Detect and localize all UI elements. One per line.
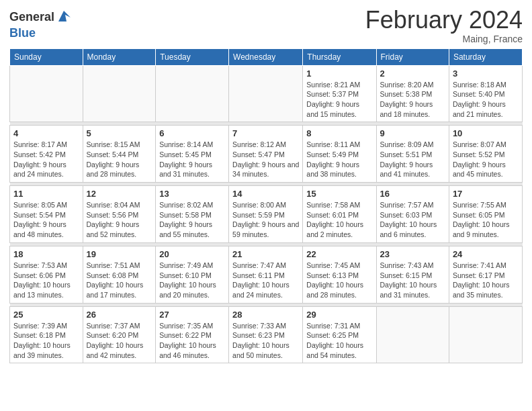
table-row: 28Sunrise: 7:33 AM Sunset: 6:23 PM Dayli…: [229, 306, 303, 363]
table-row: 12Sunrise: 8:04 AM Sunset: 5:56 PM Dayli…: [83, 186, 156, 243]
day-info: Sunrise: 7:53 AM Sunset: 6:06 PM Dayligh…: [13, 261, 79, 300]
day-info: Sunrise: 7:39 AM Sunset: 6:18 PM Dayligh…: [13, 321, 79, 361]
day-number: 26: [87, 310, 152, 320]
table-row: 3Sunrise: 8:18 AM Sunset: 5:40 PM Daylig…: [449, 65, 522, 122]
day-number: 18: [13, 249, 79, 259]
logo-blue-text: Blue: [9, 27, 72, 40]
day-number: 6: [159, 128, 225, 138]
day-number: 16: [380, 189, 445, 199]
day-number: 24: [453, 249, 519, 259]
table-row: 25Sunrise: 7:39 AM Sunset: 6:18 PM Dayli…: [10, 306, 83, 363]
day-number: 22: [306, 249, 372, 259]
table-row: 9Sunrise: 8:09 AM Sunset: 5:51 PM Daylig…: [376, 126, 449, 183]
day-info: Sunrise: 8:12 AM Sunset: 5:47 PM Dayligh…: [232, 140, 299, 179]
day-info: Sunrise: 8:17 AM Sunset: 5:42 PM Dayligh…: [13, 140, 79, 179]
header: General Blue February 2024 Maing, France: [9, 7, 523, 44]
day-info: Sunrise: 7:55 AM Sunset: 6:05 PM Dayligh…: [453, 200, 519, 240]
day-info: Sunrise: 7:43 AM Sunset: 6:15 PM Dayligh…: [380, 261, 445, 300]
day-number: 11: [13, 189, 79, 199]
logo-bird-icon: [56, 8, 72, 27]
day-number: 5: [87, 128, 152, 138]
col-wednesday: Wednesday: [229, 48, 303, 65]
day-info: Sunrise: 8:09 AM Sunset: 5:51 PM Dayligh…: [380, 140, 445, 179]
day-info: Sunrise: 7:47 AM Sunset: 6:11 PM Dayligh…: [232, 261, 299, 300]
day-number: 21: [232, 249, 299, 259]
table-row: 10Sunrise: 8:07 AM Sunset: 5:52 PM Dayli…: [449, 126, 522, 183]
day-info: Sunrise: 8:15 AM Sunset: 5:44 PM Dayligh…: [87, 140, 152, 179]
table-row: 29Sunrise: 7:31 AM Sunset: 6:25 PM Dayli…: [303, 306, 376, 363]
col-saturday: Saturday: [449, 48, 522, 65]
calendar-week-1: 1Sunrise: 8:21 AM Sunset: 5:37 PM Daylig…: [10, 65, 523, 122]
col-monday: Monday: [83, 48, 156, 65]
logo-text: General Blue: [9, 9, 72, 40]
day-number: 15: [306, 189, 372, 199]
day-number: 27: [159, 310, 225, 320]
day-info: Sunrise: 8:00 AM Sunset: 5:59 PM Dayligh…: [232, 200, 299, 240]
table-row: 20Sunrise: 7:49 AM Sunset: 6:10 PM Dayli…: [156, 246, 229, 303]
day-info: Sunrise: 7:45 AM Sunset: 6:13 PM Dayligh…: [306, 261, 372, 300]
table-row: 15Sunrise: 7:58 AM Sunset: 6:01 PM Dayli…: [303, 186, 376, 243]
table-row: 1Sunrise: 8:21 AM Sunset: 5:37 PM Daylig…: [303, 65, 376, 122]
day-info: Sunrise: 8:02 AM Sunset: 5:58 PM Dayligh…: [159, 200, 225, 240]
day-number: 28: [232, 310, 299, 320]
table-row: 5Sunrise: 8:15 AM Sunset: 5:44 PM Daylig…: [83, 126, 156, 183]
table-row: [83, 65, 156, 122]
day-info: Sunrise: 7:35 AM Sunset: 6:22 PM Dayligh…: [159, 321, 225, 361]
calendar-week-4: 18Sunrise: 7:53 AM Sunset: 6:06 PM Dayli…: [10, 246, 523, 303]
header-row: Sunday Monday Tuesday Wednesday Thursday…: [10, 48, 523, 65]
day-info: Sunrise: 7:49 AM Sunset: 6:10 PM Dayligh…: [159, 261, 225, 300]
day-number: 8: [306, 128, 372, 138]
day-info: Sunrise: 7:37 AM Sunset: 6:20 PM Dayligh…: [87, 321, 152, 361]
svg-marker-0: [58, 11, 71, 21]
table-row: [449, 306, 522, 363]
title-block: February 2024 Maing, France: [365, 7, 523, 44]
day-number: 10: [453, 128, 519, 138]
day-info: Sunrise: 8:14 AM Sunset: 5:45 PM Dayligh…: [159, 140, 225, 179]
logo: General Blue: [9, 9, 72, 40]
col-tuesday: Tuesday: [156, 48, 229, 65]
day-info: Sunrise: 8:04 AM Sunset: 5:56 PM Dayligh…: [87, 200, 152, 240]
day-number: 20: [159, 249, 225, 259]
day-number: 23: [380, 249, 445, 259]
day-number: 17: [453, 189, 519, 199]
table-row: 18Sunrise: 7:53 AM Sunset: 6:06 PM Dayli…: [10, 246, 83, 303]
table-row: 24Sunrise: 7:41 AM Sunset: 6:17 PM Dayli…: [449, 246, 522, 303]
page: General Blue February 2024 Maing, France…: [0, 0, 532, 373]
table-row: 19Sunrise: 7:51 AM Sunset: 6:08 PM Dayli…: [83, 246, 156, 303]
table-row: 2Sunrise: 8:20 AM Sunset: 5:38 PM Daylig…: [376, 65, 449, 122]
day-number: 14: [232, 189, 299, 199]
day-info: Sunrise: 8:18 AM Sunset: 5:40 PM Dayligh…: [453, 80, 519, 120]
day-info: Sunrise: 8:20 AM Sunset: 5:38 PM Dayligh…: [380, 80, 445, 120]
day-number: 1: [306, 68, 372, 79]
calendar-table: Sunday Monday Tuesday Wednesday Thursday…: [9, 48, 523, 364]
table-row: [10, 65, 83, 122]
day-number: 3: [453, 68, 519, 79]
table-row: 14Sunrise: 8:00 AM Sunset: 5:59 PM Dayli…: [229, 186, 303, 243]
day-number: 13: [159, 189, 225, 199]
day-number: 29: [306, 310, 372, 320]
day-info: Sunrise: 7:41 AM Sunset: 6:17 PM Dayligh…: [453, 261, 519, 300]
month-title: February 2024: [365, 7, 523, 34]
calendar-week-5: 25Sunrise: 7:39 AM Sunset: 6:18 PM Dayli…: [10, 306, 523, 363]
day-info: Sunrise: 8:21 AM Sunset: 5:37 PM Dayligh…: [306, 80, 372, 120]
logo-general: General: [9, 9, 72, 27]
table-row: 8Sunrise: 8:11 AM Sunset: 5:49 PM Daylig…: [303, 126, 376, 183]
col-thursday: Thursday: [303, 48, 376, 65]
col-friday: Friday: [376, 48, 449, 65]
day-info: Sunrise: 7:57 AM Sunset: 6:03 PM Dayligh…: [380, 200, 445, 240]
table-row: 6Sunrise: 8:14 AM Sunset: 5:45 PM Daylig…: [156, 126, 229, 183]
table-row: 7Sunrise: 8:12 AM Sunset: 5:47 PM Daylig…: [229, 126, 303, 183]
table-row: 27Sunrise: 7:35 AM Sunset: 6:22 PM Dayli…: [156, 306, 229, 363]
day-info: Sunrise: 7:51 AM Sunset: 6:08 PM Dayligh…: [87, 261, 152, 300]
day-info: Sunrise: 7:33 AM Sunset: 6:23 PM Dayligh…: [232, 321, 299, 361]
day-number: 4: [13, 128, 79, 138]
table-row: 23Sunrise: 7:43 AM Sunset: 6:15 PM Dayli…: [376, 246, 449, 303]
day-info: Sunrise: 7:31 AM Sunset: 6:25 PM Dayligh…: [306, 321, 372, 361]
day-number: 12: [87, 189, 152, 199]
table-row: [156, 65, 229, 122]
table-row: [376, 306, 449, 363]
table-row: 26Sunrise: 7:37 AM Sunset: 6:20 PM Dayli…: [83, 306, 156, 363]
day-number: 2: [380, 68, 445, 79]
table-row: 16Sunrise: 7:57 AM Sunset: 6:03 PM Dayli…: [376, 186, 449, 243]
table-row: 4Sunrise: 8:17 AM Sunset: 5:42 PM Daylig…: [10, 126, 83, 183]
